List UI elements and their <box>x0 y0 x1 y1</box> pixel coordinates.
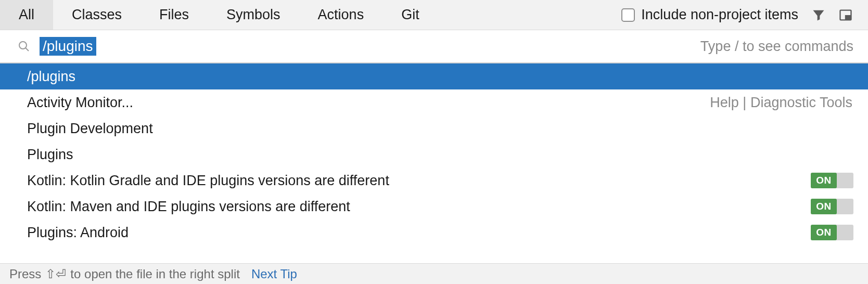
footer-text-before: Press <box>9 267 41 281</box>
open-in-window-icon[interactable] <box>838 7 853 23</box>
tab-files[interactable]: Files <box>141 0 208 30</box>
footer-next-tip-link[interactable]: Next Tip <box>251 267 297 281</box>
footer-text-after: to open the file in the right split <box>70 267 240 281</box>
result-row[interactable]: Plugins <box>0 141 868 167</box>
result-label: Kotlin: Kotlin Gradle and IDE plugins ve… <box>27 173 389 189</box>
filter-icon[interactable] <box>811 7 826 23</box>
toggle-switch[interactable]: ON <box>811 225 853 240</box>
tab-all[interactable]: All <box>0 0 53 30</box>
toggle-switch[interactable]: ON <box>811 173 853 188</box>
svg-line-3 <box>25 48 29 51</box>
tab-label: Git <box>401 7 419 23</box>
include-nonproject-label: Include non-project items <box>641 7 798 23</box>
include-nonproject-checkbox[interactable] <box>621 8 635 22</box>
tab-label: All <box>19 7 34 23</box>
result-right: Help | Diagnostic Tools <box>710 95 858 111</box>
result-row[interactable]: /plugins <box>0 63 868 89</box>
toggle-switch[interactable]: ON <box>811 199 853 214</box>
toggle-on-label: ON <box>811 225 837 240</box>
toggle-on-label: ON <box>811 173 837 188</box>
result-row[interactable]: Kotlin: Kotlin Gradle and IDE plugins ve… <box>0 167 868 193</box>
footer-keys: ⇧⏎ <box>45 267 66 281</box>
search-icon <box>18 40 30 53</box>
tab-git[interactable]: Git <box>382 0 438 30</box>
include-nonproject-wrap: Include non-project items <box>621 7 811 23</box>
toolbar-icons <box>811 7 868 23</box>
result-row[interactable]: Plugin Development <box>0 115 868 141</box>
tab-bar: All Classes Files Symbols Actions Git In… <box>0 0 868 30</box>
result-label: Plugin Development <box>27 121 153 137</box>
tab-label: Classes <box>72 7 122 23</box>
result-row[interactable]: Plugins: Android ON <box>0 220 868 246</box>
result-label: /plugins <box>27 69 75 85</box>
tab-label: Symbols <box>226 7 280 23</box>
tab-classes[interactable]: Classes <box>53 0 141 30</box>
svg-rect-1 <box>845 15 851 20</box>
result-label: Activity Monitor... <box>27 95 133 111</box>
result-row[interactable]: Activity Monitor... Help | Diagnostic To… <box>0 89 868 115</box>
tab-symbols[interactable]: Symbols <box>208 0 299 30</box>
footer-bar: Press ⇧⏎ to open the file in the right s… <box>0 263 868 284</box>
search-input[interactable]: /plugins <box>40 37 96 56</box>
tab-label: Files <box>159 7 189 23</box>
results-list: /plugins Activity Monitor... Help | Diag… <box>0 63 868 246</box>
search-row: /plugins Type / to see commands <box>0 30 868 63</box>
tab-label: Actions <box>318 7 364 23</box>
result-label: Plugins: Android <box>27 225 129 241</box>
toggle-on-label: ON <box>811 199 837 214</box>
result-label: Kotlin: Maven and IDE plugins versions a… <box>27 199 350 215</box>
tab-actions[interactable]: Actions <box>299 0 383 30</box>
result-label: Plugins <box>27 147 73 163</box>
result-row[interactable]: Kotlin: Maven and IDE plugins versions a… <box>0 193 868 220</box>
svg-point-2 <box>19 42 27 49</box>
search-hint: Type / to see commands <box>700 38 853 55</box>
